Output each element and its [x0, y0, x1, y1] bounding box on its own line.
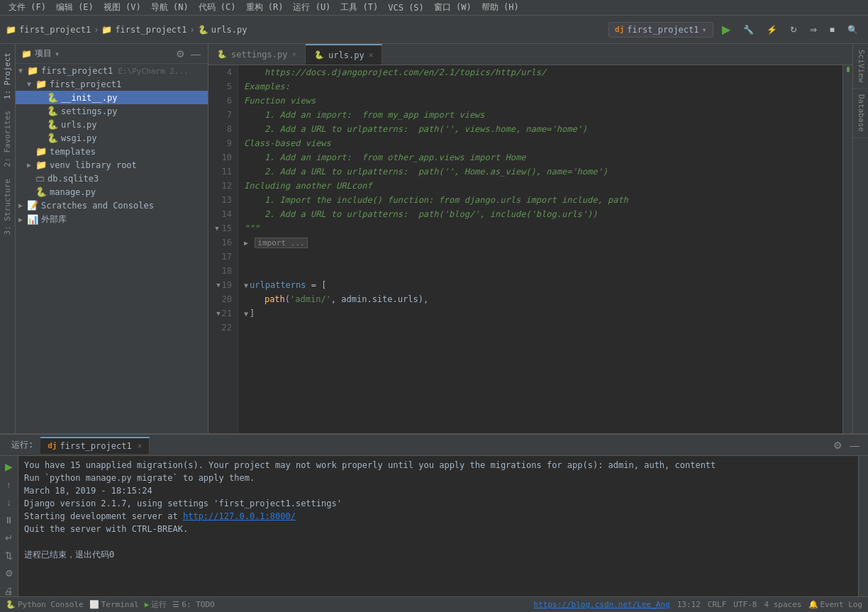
console-scrollbar[interactable] — [858, 456, 868, 596]
line-17: 17 — [208, 250, 232, 264]
run-status-tab[interactable]: ▶ 运行 — [145, 599, 167, 610]
wrap-button[interactable]: ↵ — [3, 530, 15, 545]
tab-settings[interactable]: 🐍 settings.py ✕ — [208, 44, 306, 65]
urlpatterns-fold-arrow-icon[interactable]: ▼ — [244, 282, 248, 289]
status-bar: 🐍 Python Console ⬜ Terminal ▶ 运行 ☰ 6: TO… — [0, 596, 868, 612]
tree-item-inner[interactable]: ▼ 📁 first_project1 — [16, 77, 208, 91]
fold-indicator-19[interactable]: ▼ — [216, 278, 220, 292]
menu-view[interactable]: 视图 (V) — [99, 0, 145, 15]
run-tab-label: first_project1 — [60, 441, 131, 451]
settings-console-button[interactable]: ⚙ — [3, 566, 16, 581]
folded-import[interactable]: import ... — [255, 238, 307, 248]
run-button[interactable]: ▶ — [718, 21, 735, 38]
sci-view-tab[interactable]: SciView — [853, 44, 868, 89]
tree-minimize-button[interactable]: — — [189, 48, 202, 60]
file-icon: 🐍 — [198, 25, 208, 35]
menu-help[interactable]: 帮助 (H) — [477, 0, 523, 15]
sidebar-item-structure[interactable]: 3: Structure — [1, 173, 13, 240]
breadcrumb-project2[interactable]: first_project1 — [115, 25, 187, 35]
breadcrumb-project1[interactable]: first_project1 — [19, 25, 91, 35]
tree-item-venv[interactable]: ▶ 📁 venv library root — [16, 158, 208, 172]
dev-server-url[interactable]: http://127.0.0.1:8000/ — [183, 511, 296, 521]
tree-item-external[interactable]: ▶ 📊 外部库 — [16, 212, 208, 227]
menu-code[interactable]: 代码 (C) — [194, 0, 240, 15]
tab-settings-close[interactable]: ✕ — [291, 50, 296, 59]
breadcrumb: 📁 first_project1 › 📁 first_project1 › 🐍 … — [6, 25, 606, 35]
editor-tabs: 🐍 settings.py ✕ 🐍 urls.py ✕ — [208, 44, 852, 65]
tab-urls-close[interactable]: ✕ — [369, 50, 374, 60]
editor-content[interactable]: https://docs.djangoproject.com/en/2.1/to… — [238, 65, 842, 433]
tree-item-db[interactable]: 🗃 db.sqlite3 — [16, 172, 208, 185]
line-6: 6 — [208, 94, 232, 108]
init-py-icon: 🐍 — [47, 92, 58, 103]
sidebar-item-favorites[interactable]: 2: Favorites — [1, 105, 13, 172]
sort-button[interactable]: ⇅ — [3, 548, 15, 563]
breadcrumb-file[interactable]: urls.py — [211, 25, 247, 35]
deploy-button[interactable]: ⇒ — [806, 23, 821, 37]
console-line-7 — [24, 535, 852, 548]
line-ending[interactable]: CRLF — [708, 600, 727, 609]
line-14: 14 — [208, 207, 232, 221]
menu-edit[interactable]: 编辑 (E) — [52, 0, 98, 15]
expand-scratches-icon: ▶ — [18, 201, 26, 209]
scroll-down-button[interactable]: ↓ — [4, 495, 13, 510]
debug-button[interactable]: ↻ — [786, 23, 801, 37]
fold-indicator-15[interactable]: ▼ — [215, 221, 218, 235]
dj-run-icon: dj — [48, 441, 57, 450]
line-22: 22 — [208, 321, 232, 335]
code-line-7: 1. Add an import: from my_app import vie… — [238, 108, 842, 122]
tree-item-templates[interactable]: 📁 templates — [16, 145, 208, 158]
print-button[interactable]: 🖨 — [2, 584, 16, 596]
blog-link[interactable]: https://blog.csdn.net/Lee_Ang — [534, 600, 670, 609]
project-folder-icon: 📁 — [21, 49, 32, 59]
tree-item-urls[interactable]: 🐍 urls.py — [16, 118, 208, 131]
tree-item-scratches[interactable]: ▶ 📝 Scratches and Consoles — [16, 199, 208, 212]
menu-vcs[interactable]: VCS (S) — [384, 1, 428, 14]
coverage-button[interactable]: ⚡ — [762, 23, 781, 37]
menu-refactor[interactable]: 重构 (R) — [242, 0, 288, 15]
encoding[interactable]: UTF-8 — [733, 600, 757, 609]
fold-indicator-21[interactable]: ▼ — [216, 306, 220, 321]
editor-scrollbar[interactable] — [842, 65, 852, 433]
tree-settings-button[interactable]: ⚙ — [174, 48, 187, 60]
tree-label-settings: settings.py — [61, 106, 117, 116]
dropdown-arrow-icon: ▾ — [702, 25, 707, 35]
project-selector[interactable]: dj first_project1 ▾ — [608, 22, 713, 38]
search-everywhere-button[interactable]: 🔍 — [843, 23, 862, 37]
bottom-gear-btn[interactable]: ⚙ — [830, 437, 845, 454]
database-tab[interactable]: Database — [853, 89, 868, 138]
settings-tab-icon: 🐍 — [217, 50, 227, 59]
scroll-up-button[interactable]: ↑ — [4, 477, 13, 492]
stop-button[interactable]: ■ — [825, 23, 839, 37]
close-bracket-fold-icon[interactable]: ▼ — [244, 310, 248, 318]
indent[interactable]: 4 spaces — [764, 600, 801, 609]
bottom-minimize-btn[interactable]: — — [847, 437, 862, 454]
menu-tools[interactable]: 工具 (T) — [336, 0, 382, 15]
event-log[interactable]: 🔔 Event Log — [808, 600, 862, 609]
python-console-tab[interactable]: 🐍 Python Console — [6, 600, 84, 609]
build-button[interactable]: 🔧 — [739, 23, 758, 37]
import-fold-arrow-icon[interactable]: ▶ — [244, 239, 248, 247]
tree-item-init[interactable]: 🐍 __init__.py — [16, 91, 208, 104]
tree-item-manage[interactable]: 🐍 manage.py — [16, 185, 208, 199]
todo-tab[interactable]: ☰ 6: TODO — [172, 600, 214, 609]
tab-urls[interactable]: 🐍 urls.py ✕ — [306, 44, 382, 65]
tree-item-settings[interactable]: 🐍 settings.py — [16, 104, 208, 118]
wsgi-py-icon: 🐍 — [47, 133, 58, 143]
bottom-tab-run[interactable]: dj first_project1 ✕ — [40, 437, 150, 454]
tree-item-root[interactable]: ▼ 📁 first_project1 E:\PyCharm 2... — [16, 64, 208, 77]
menu-file[interactable]: 文件 (F) — [4, 0, 50, 15]
run-tab-close[interactable]: ✕ — [138, 441, 143, 450]
code-line-20: path('admin/', admin.site.urls), — [238, 292, 842, 306]
tree-item-wsgi[interactable]: 🐍 wsgi.py — [16, 131, 208, 145]
sidebar-item-project[interactable]: 1: Project — [1, 47, 13, 105]
pause-button[interactable]: ⏸ — [2, 513, 16, 528]
line-16: 16 — [208, 235, 232, 250]
menu-window[interactable]: 窗口 (W) — [430, 0, 476, 15]
menu-navigate[interactable]: 导航 (N) — [147, 0, 193, 15]
menu-run[interactable]: 运行 (U) — [289, 0, 335, 15]
terminal-tab[interactable]: ⬜ Terminal — [89, 600, 139, 609]
run-green-button[interactable]: ▶ — [3, 459, 15, 474]
console-content[interactable]: You have 15 unapplied migration(s). Your… — [18, 456, 858, 596]
dropdown-icon[interactable]: ▾ — [55, 49, 60, 59]
